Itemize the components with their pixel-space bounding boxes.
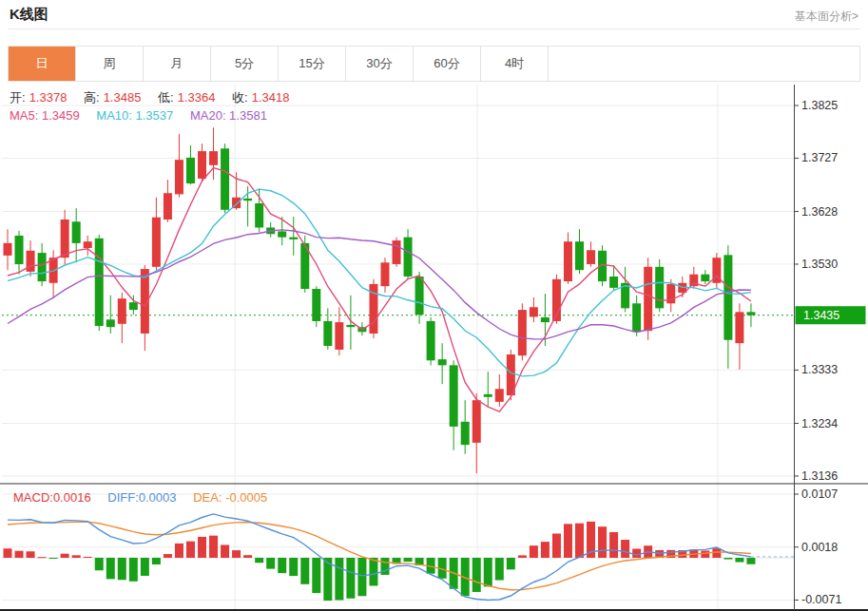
svg-text:1.3234: 1.3234: [801, 417, 838, 430]
tab-30min[interactable]: 30分: [346, 47, 414, 81]
svg-text:1.3136: 1.3136: [801, 469, 838, 483]
page-title: K线图: [10, 6, 48, 24]
tab-4hour[interactable]: 4时: [481, 47, 549, 81]
page-header: K线图 基本面分析>: [8, 0, 860, 29]
svg-text:1.3825: 1.3825: [801, 99, 838, 112]
tab-15min[interactable]: 15分: [279, 47, 346, 81]
tab-week[interactable]: 周: [76, 47, 144, 81]
tab-bar-filler: [549, 47, 859, 81]
svg-text:1.3333: 1.3333: [801, 363, 838, 376]
tab-month[interactable]: 月: [144, 47, 211, 81]
ma5-line: [8, 168, 751, 412]
svg-text:1.3530: 1.3530: [801, 258, 838, 271]
tab-day[interactable]: 日: [9, 47, 76, 81]
kline-chart[interactable]: 1.38251.37271.36281.35301.33331.32341.31…: [0, 84, 868, 611]
ma-lines: [8, 168, 751, 412]
chart-area: 1.38251.37271.36281.35301.33331.32341.31…: [0, 84, 868, 611]
candlesticks: [4, 127, 756, 473]
last-price-tag: 1.3435: [796, 306, 866, 324]
interval-tab-bar: 日周月5分15分30分60分4时: [8, 46, 860, 82]
tab-60min[interactable]: 60分: [414, 47, 481, 81]
svg-text:1.3727: 1.3727: [801, 151, 838, 164]
svg-text:0.0018: 0.0018: [801, 541, 838, 554]
fundamental-analysis-link[interactable]: 基本面分析>: [795, 9, 858, 25]
svg-text:1.3628: 1.3628: [801, 205, 838, 219]
gridlines: [2, 84, 795, 610]
tab-5min[interactable]: 5分: [211, 47, 279, 81]
svg-text:0.0107: 0.0107: [801, 487, 838, 501]
svg-text:-0.0071: -0.0071: [801, 593, 841, 606]
price-axis: 1.38251.37271.36281.35301.33331.32341.31…: [795, 99, 842, 606]
svg-text:1.3435: 1.3435: [803, 309, 839, 322]
